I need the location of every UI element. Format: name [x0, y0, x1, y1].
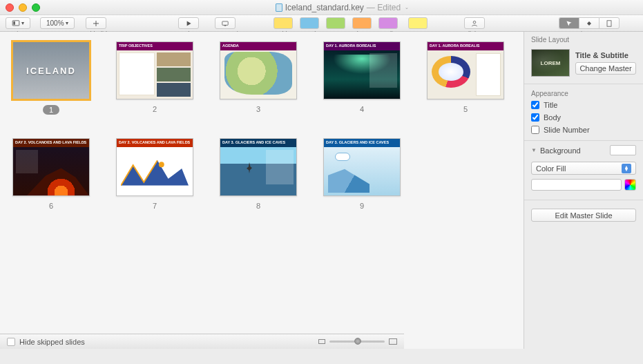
slide-3[interactable]: AGENDA 3: [220, 41, 297, 115]
svg-rect-2: [222, 21, 228, 25]
select-stepper-icon: ▲▼: [622, 164, 631, 173]
slide-4-bar: DAY 1. AURORA BOREALIS: [324, 42, 400, 50]
slide-8-number: 8: [256, 202, 260, 210]
zoom-slider-knob[interactable]: [354, 338, 361, 345]
slide-9[interactable]: DAY 3. GLACIERS AND ICE CAVES 9: [323, 138, 401, 210]
slide-4-number: 4: [360, 105, 364, 113]
slide-5-number: 5: [463, 105, 468, 113]
slide-8-bar: DAY 3. GLACIERS AND ICE CAVES: [220, 139, 296, 147]
inspector-sidebar: Slide Layout LOREM Title & Subtitle Chan…: [524, 32, 643, 349]
slide-number-checkbox-row[interactable]: Slide Number: [524, 124, 643, 136]
slide-1[interactable]: ICELAND 1: [12, 41, 90, 115]
master-preview-thumb: LOREM: [531, 49, 570, 77]
slide-light-table[interactable]: ICELAND 1 TRIP OBJECTIVES 2: [0, 32, 524, 349]
slide-6-bar: DAY 2. VOLCANOES AND LAVA FIELDS: [13, 139, 89, 147]
slide-number-checkbox-label: Slide Number: [544, 126, 590, 134]
hide-skipped-label: Hide skipped slides: [19, 338, 85, 346]
graph-button[interactable]: [300, 17, 319, 29]
zoom-out-icon[interactable]: [318, 339, 325, 344]
body-checkbox-label: Body: [544, 113, 561, 122]
comment-button[interactable]: [408, 17, 428, 29]
svg-point-4: [474, 21, 477, 23]
traffic-lights: [6, 3, 40, 12]
fill-color-well[interactable]: [531, 179, 622, 191]
slide-6[interactable]: DAY 2. VOLCANOES AND LAVA FIELDS 6: [12, 138, 90, 210]
format-tab[interactable]: [559, 17, 579, 29]
slide-7[interactable]: DAY 2. VOLCANOES AND LAVA FIELDS 7: [116, 138, 193, 210]
minimize-window-button[interactable]: [19, 3, 27, 12]
background-swatch[interactable]: [610, 145, 636, 155]
slide-5-bar: DAY 1. AURORA BOREALIS: [428, 42, 503, 50]
slide-9-bar: DAY 3. GLACIERS AND ICE CAVES: [324, 139, 400, 147]
slide-8[interactable]: DAY 3. GLACIERS AND ICE CAVES 8: [220, 138, 297, 210]
zoom-window-button[interactable]: [32, 3, 40, 12]
slide-1-title: ICELAND: [26, 66, 76, 76]
change-master-button[interactable]: Change Master: [575, 62, 636, 75]
slide-number-checkbox[interactable]: [531, 126, 539, 134]
keynote-doc-icon: [276, 3, 282, 12]
add-slide-button[interactable]: [86, 17, 106, 29]
slide-1-number: 1: [43, 105, 59, 115]
slide-2-bar: TRIP OBJECTIVES: [117, 42, 193, 50]
zoom-slider[interactable]: [329, 341, 385, 343]
document-tab[interactable]: [599, 17, 620, 29]
slide-9-number: 9: [360, 202, 364, 210]
play-button[interactable]: [178, 17, 199, 29]
hide-skipped-checkbox[interactable]: [7, 338, 15, 346]
edited-badge: — Edited: [367, 3, 401, 12]
title-checkbox-label: Title: [544, 101, 557, 109]
slide-2-number: 2: [153, 105, 157, 113]
layout-name: Title & Subtitle: [575, 51, 636, 59]
slide-layout-title: Slide Layout: [524, 32, 643, 46]
disclosure-triangle-icon[interactable]: ▼: [531, 147, 537, 153]
fill-type-value: Color Fill: [536, 164, 566, 173]
background-label: Background: [540, 146, 581, 155]
background-section-header[interactable]: ▼ Background: [524, 140, 643, 160]
close-window-button[interactable]: [6, 3, 14, 12]
collaborate-button[interactable]: [464, 17, 485, 29]
document-title: Iceland_standard.key — Edited ⌄: [47, 3, 637, 12]
slide-5[interactable]: DAY 1. AURORA BOREALIS 5: [427, 41, 504, 115]
file-name: Iceland_standard.key: [285, 3, 364, 12]
main-area: ICELAND 1 TRIP OBJECTIVES 2: [0, 32, 643, 349]
text-button[interactable]: [326, 17, 345, 29]
media-button[interactable]: [378, 17, 398, 29]
zoom-selector[interactable]: 100%▾: [40, 17, 75, 29]
body-checkbox[interactable]: [531, 113, 539, 122]
title-chevron-down-icon[interactable]: ⌄: [405, 5, 409, 10]
animate-tab[interactable]: [579, 17, 599, 29]
appearance-section-label: Appearance: [524, 84, 643, 99]
svg-rect-3: [224, 25, 226, 26]
slide-3-number: 3: [256, 105, 260, 113]
slide-7-bar: DAY 2. VOLCANOES AND LAVA FIELDS: [117, 139, 193, 147]
title-checkbox[interactable]: [531, 101, 539, 109]
color-wheel-button[interactable]: [624, 179, 636, 191]
fill-type-select[interactable]: Color Fill ▲▼: [531, 162, 636, 175]
edit-master-slide-button[interactable]: Edit Master Slide: [531, 209, 636, 222]
toolbar: ▾ View 100%▾ Zoom Add Slide Play Keynote…: [0, 15, 643, 32]
zoom-value: 100%: [46, 19, 64, 27]
slide-7-number: 7: [153, 202, 157, 210]
zoom-in-icon[interactable]: [389, 338, 397, 345]
svg-rect-5: [607, 20, 611, 26]
svg-rect-1: [13, 21, 15, 25]
canvas-footer: Hide skipped slides: [0, 334, 404, 349]
slide-6-number: 6: [49, 202, 53, 210]
table-button[interactable]: [273, 17, 293, 29]
slide-3-bar: AGENDA: [220, 42, 296, 50]
view-button[interactable]: ▾: [6, 17, 30, 29]
keynote-live-button[interactable]: [215, 17, 236, 29]
body-checkbox-row[interactable]: Body: [524, 111, 643, 124]
slide-2[interactable]: TRIP OBJECTIVES 2: [116, 41, 193, 115]
window-titlebar: Iceland_standard.key — Edited ⌄: [0, 0, 643, 15]
slide-4[interactable]: DAY 1. AURORA BOREALIS 4: [323, 41, 401, 115]
title-checkbox-row[interactable]: Title: [524, 99, 643, 111]
shape-button[interactable]: [352, 17, 372, 29]
svg-point-6: [159, 162, 164, 167]
